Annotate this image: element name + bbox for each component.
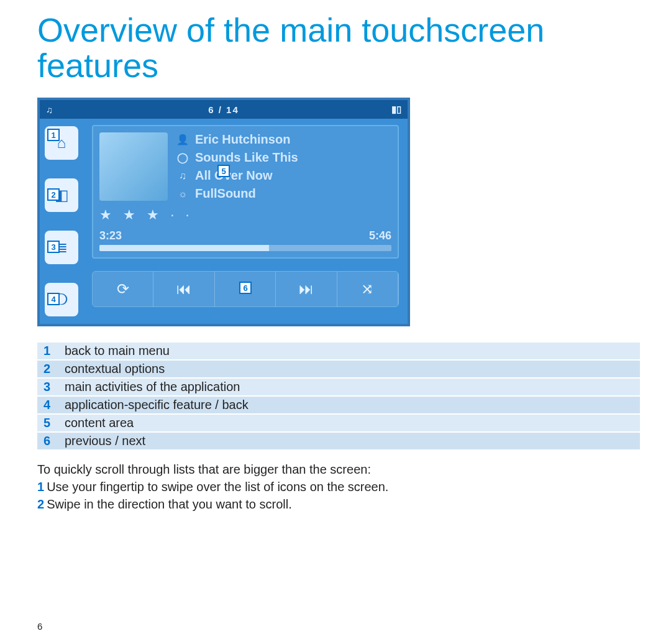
legend-text: application-specific feature / back <box>58 396 640 414</box>
callout-1: 1 <box>47 129 60 141</box>
legend-row: 2contextual options <box>37 360 640 378</box>
callout-4: 4 <box>47 293 60 305</box>
instructions: To quickly scroll through lists that are… <box>37 461 640 513</box>
sound-mode: FullSound <box>195 186 256 201</box>
legend-row: 4application-specific feature / back <box>37 396 640 414</box>
next-icon: ⏭ <box>299 280 314 298</box>
total-time: 5:46 <box>369 229 391 242</box>
legend-text: previous / next <box>58 432 640 449</box>
album-art <box>99 132 168 201</box>
progress-fill <box>99 245 269 251</box>
activities-button[interactable]: ≣ 3 <box>45 231 78 264</box>
repeat-icon: ⟳ <box>117 280 129 298</box>
legend-text: contextual options <box>58 360 640 378</box>
shuffle-icon: ⤨ <box>361 280 373 298</box>
elapsed-time: 3:23 <box>99 229 122 242</box>
album-name: Sounds Like This <box>195 150 298 165</box>
step-text: Use your fingertip to swipe over the lis… <box>47 480 388 494</box>
callout-6: 6 <box>239 282 252 294</box>
previous-icon: ⏮ <box>176 280 191 298</box>
feature-button[interactable]: ❍ 4 <box>45 283 78 316</box>
legend-text: back to main menu <box>58 342 640 360</box>
page-number: 6 <box>37 621 42 632</box>
legend-row: 3main activities of the application <box>37 378 640 396</box>
status-bar: ♫ 6 / 14 ▮▯ <box>40 100 408 119</box>
legend-row: 5content area <box>37 414 640 432</box>
callout-5: 5 <box>217 165 230 177</box>
artist-name: Eric Hutchinson <box>195 132 290 147</box>
device-screenshot: ♫ 6 / 14 ▮▯ ⌂ 1 ◧ 2 ≣ 3 ❍ 4 <box>37 98 410 326</box>
callout-2: 2 <box>47 188 60 201</box>
next-button[interactable]: ⏭ <box>276 272 337 306</box>
options-button[interactable]: ◧ 2 <box>45 178 78 212</box>
sidebar: ⌂ 1 ◧ 2 ≣ 3 ❍ 4 <box>40 119 83 324</box>
legend-num: 2 <box>37 360 58 378</box>
legend-table: 1back to main menu 2contextual options 3… <box>37 341 640 449</box>
sound-icon: ☼ <box>176 188 189 200</box>
legend-row: 6previous / next <box>37 432 640 449</box>
rating-stars: ★ ★ ★ · · <box>99 207 391 223</box>
artist-icon: 👤 <box>176 134 189 145</box>
content-area: 👤Eric Hutchinson ◯Sounds Like This ♫All … <box>83 119 408 324</box>
step-num: 1 <box>37 480 44 494</box>
legend-text: content area <box>58 414 640 432</box>
legend-row: 1back to main menu <box>37 342 640 360</box>
step-text: Swipe in the direction that you want to … <box>47 497 292 511</box>
album-icon: ◯ <box>176 152 189 163</box>
repeat-button[interactable]: ⟳ <box>93 272 153 306</box>
legend-num: 6 <box>37 432 58 449</box>
instruction-step: 2Swipe in the direction that you want to… <box>37 495 640 513</box>
transport-controls: ⟳ ⏮ ⏸ ⏭ ⤨ 6 <box>92 271 399 307</box>
step-num: 2 <box>37 497 44 511</box>
page-title: Overview of the main touchscreen feature… <box>37 12 640 83</box>
legend-num: 3 <box>37 378 58 396</box>
instructions-lead: To quickly scroll through lists that are… <box>37 461 640 478</box>
legend-num: 1 <box>37 342 58 360</box>
previous-button[interactable]: ⏮ <box>153 272 214 306</box>
legend-num: 4 <box>37 396 58 414</box>
now-playing-panel: 👤Eric Hutchinson ◯Sounds Like This ♫All … <box>92 125 399 259</box>
home-button[interactable]: ⌂ 1 <box>45 126 78 160</box>
instruction-step: 1Use your fingertip to swipe over the li… <box>37 478 640 495</box>
legend-text: main activities of the application <box>58 378 640 396</box>
track-counter: 6 / 14 <box>40 104 408 115</box>
track-name: All Over Now <box>195 168 272 183</box>
progress-bar[interactable] <box>99 245 391 251</box>
shuffle-button[interactable]: ⤨ <box>337 272 398 306</box>
legend-num: 5 <box>37 414 58 432</box>
track-icon: ♫ <box>176 170 189 182</box>
callout-3: 3 <box>47 241 60 253</box>
